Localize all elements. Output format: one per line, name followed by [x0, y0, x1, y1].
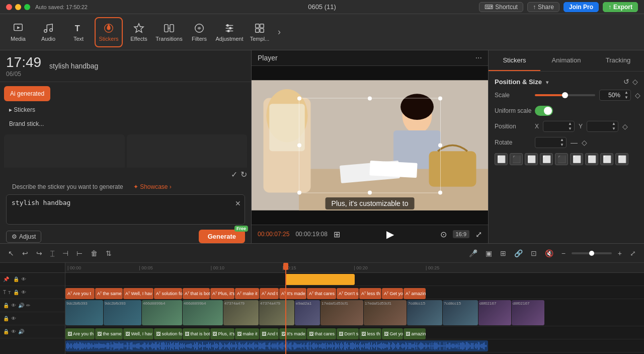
close-button[interactable]: [6, 4, 12, 10]
eye-icon-video[interactable]: 👁: [11, 303, 16, 308]
tab-animation[interactable]: Animation: [540, 50, 592, 71]
flip-button[interactable]: ⇅: [104, 247, 114, 259]
tab-tracking[interactable]: Tracking: [592, 50, 644, 71]
eye-icon-sticker[interactable]: 👁: [21, 276, 26, 282]
aspect-ratio-button[interactable]: 16:9: [453, 230, 469, 238]
zoom-slider[interactable]: [572, 252, 612, 254]
text-clip-13[interactable]: Aᵀ amazin: [404, 288, 426, 299]
rotate-minus-button[interactable]: —: [571, 138, 578, 147]
toolbar-text[interactable]: T Text: [64, 17, 93, 47]
x-down-button[interactable]: ▼: [566, 126, 574, 131]
video-clip-12[interactable]: d8f02167: [512, 300, 544, 325]
eye-icon-caption[interactable]: 👁: [11, 316, 16, 321]
lock-icon-text[interactable]: 🔒: [13, 290, 19, 295]
showcase-link[interactable]: ✦ Showcase ›: [133, 183, 172, 190]
fit-button[interactable]: ⤢: [628, 247, 638, 259]
align-center-h-button[interactable]: ⬛: [510, 153, 523, 165]
scale-input[interactable]: 50%: [600, 90, 622, 100]
text-clip-10[interactable]: Aᵀ Don't s: [337, 288, 359, 299]
multi-view-button[interactable]: ⊞: [498, 247, 508, 259]
caption-clip-4[interactable]: 🖼 that is bot: [183, 328, 210, 339]
scale-up-button[interactable]: ▲: [622, 90, 630, 95]
unlink-button[interactable]: ⊡: [529, 247, 539, 259]
caption-clip-3[interactable]: 🖼 solution fo: [154, 328, 182, 339]
shortcut-button[interactable]: ⌨ Shortcut: [479, 2, 523, 12]
toolbar-more[interactable]: ›: [276, 27, 283, 37]
lock-icon-audio[interactable]: 🔒: [3, 329, 9, 334]
text-clip-5[interactable]: Aᵀ Plus, it's: [210, 288, 234, 299]
text-clip-0[interactable]: Aᵀ Are you t: [65, 288, 95, 299]
caption-clip-9[interactable]: 🖼 that cares a: [307, 328, 336, 339]
caption-clip-6[interactable]: 🖼 make it: [235, 328, 259, 339]
text-clip-1[interactable]: Aᵀ the same: [95, 288, 123, 299]
zoom-plus-button[interactable]: +: [616, 247, 624, 259]
caption-clip-5[interactable]: 🖼 Plus, it's: [210, 328, 234, 339]
microphone-button[interactable]: 🎤: [467, 247, 479, 259]
grid-view-button[interactable]: ⊞: [334, 230, 340, 239]
cursor-tool-button[interactable]: ↖: [6, 247, 16, 259]
video-clip-10[interactable]: 7cd8cc15: [443, 300, 478, 325]
rotate-diamond-button[interactable]: ◇: [582, 138, 587, 147]
toolbar-transitions[interactable]: Transitions: [155, 17, 183, 47]
toolbar-stickers[interactable]: Stickers: [95, 17, 123, 47]
caption-clip-10[interactable]: 🖼 Don't s: [337, 328, 359, 339]
text-clip-7[interactable]: Aᵀ And t: [260, 288, 279, 299]
video-clip-0[interactable]: 9dc2bfb393: [65, 300, 103, 325]
undo-button[interactable]: ↩: [20, 247, 30, 259]
text-clip-11[interactable]: Aᵀ less th: [359, 288, 381, 299]
video-clip-6[interactable]: e9ad2a1: [295, 300, 320, 325]
maximize-button[interactable]: [24, 4, 30, 10]
tab-stickers[interactable]: Stickers: [489, 50, 540, 71]
play-button[interactable]: ▶: [386, 228, 394, 240]
toolbar-adjustment[interactable]: Adjustment: [215, 17, 244, 47]
caption-clip-12[interactable]: 🖼 Get yo: [382, 328, 403, 339]
caption-clip-11[interactable]: 🖼 less th: [359, 328, 381, 339]
caption-clip-0[interactable]: 🖼 Are you th: [65, 328, 95, 339]
eye-icon-audio[interactable]: 👁: [11, 329, 16, 334]
pencil-icon-video[interactable]: ✏: [26, 303, 30, 308]
distribute-v-button[interactable]: ⬜: [600, 153, 613, 165]
caption-clip-8[interactable]: 🖼 It's made b: [279, 328, 306, 339]
brand-stickers-nav-item[interactable]: Brand stick...: [4, 117, 247, 130]
align-extra-button[interactable]: ⬜: [615, 153, 628, 165]
align-top-button[interactable]: ⬜: [540, 153, 553, 165]
generate-button[interactable]: Generate Free: [199, 230, 245, 243]
y-down-button[interactable]: ▼: [610, 126, 618, 131]
text-clip-6[interactable]: Aᵀ make it: [235, 288, 259, 299]
diamond-button[interactable]: ◇: [632, 78, 638, 86]
trim-right-button[interactable]: ⊢: [74, 247, 85, 259]
video-clip-1[interactable]: 9dc2bfb393: [104, 300, 141, 325]
text-clip-8[interactable]: Aᵀ It's made b: [279, 288, 306, 299]
video-clip-2[interactable]: 466d8899b4: [142, 300, 182, 325]
checkmark-button[interactable]: ✓: [231, 170, 237, 179]
refresh-button[interactable]: ↻: [240, 170, 247, 179]
caption-clip-7[interactable]: 🖼 And t: [260, 328, 279, 339]
rotate-input[interactable]: 0°: [535, 137, 558, 148]
sticker-description-input[interactable]: stylish handbag: [6, 194, 245, 225]
selected-sticker-clip[interactable]: [285, 274, 355, 285]
uniform-scale-toggle[interactable]: [535, 106, 553, 116]
scale-diamond-button[interactable]: ◇: [635, 91, 640, 99]
lock-icon-video[interactable]: 🔒: [3, 303, 9, 308]
sticker-item-3[interactable]: [4, 150, 125, 168]
caption-clip-13[interactable]: 🖼 amazin: [404, 328, 426, 339]
scale-slider[interactable]: [535, 94, 595, 96]
delete-button[interactable]: 🗑: [89, 247, 100, 259]
player-menu-button[interactable]: ···: [475, 53, 482, 62]
export-button[interactable]: ↑ Export: [603, 2, 638, 12]
text-clip-3[interactable]: Aᵀ solution fo: [154, 288, 182, 299]
align-bottom-button[interactable]: ⬜: [570, 153, 583, 165]
rotate-up-button[interactable]: ▲: [558, 137, 566, 143]
text-clip-4[interactable]: Aᵀ that is bot: [183, 288, 210, 299]
video-clip-9[interactable]: 7cd8cc15: [407, 300, 442, 325]
lock-icon-sticker[interactable]: 🔒: [13, 276, 19, 282]
share-button[interactable]: ↑ Share: [527, 2, 559, 12]
position-diamond-button[interactable]: ◇: [622, 122, 628, 130]
pip-button[interactable]: ▣: [484, 247, 494, 259]
stickers-nav-item[interactable]: ▸ Stickers: [4, 103, 247, 116]
minimize-button[interactable]: [15, 4, 21, 10]
caption-clip-1[interactable]: 🖼 the same: [95, 328, 123, 339]
toolbar-templates[interactable]: Templ...: [246, 17, 274, 47]
reset-button[interactable]: ↺: [623, 78, 629, 86]
video-clip-3[interactable]: 466d8899b4: [183, 300, 223, 325]
